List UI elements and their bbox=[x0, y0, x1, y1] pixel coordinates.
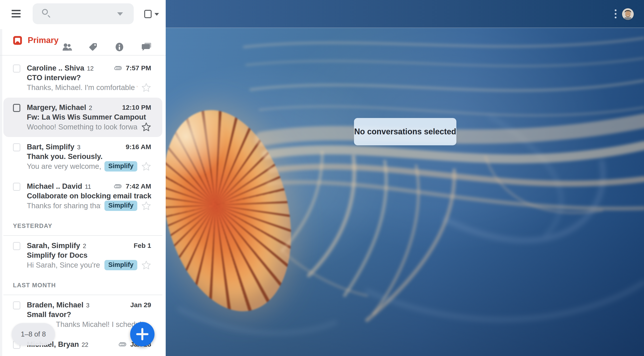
email-subject: Thank you. Seriously. bbox=[27, 152, 151, 161]
email-sender: Margery, Michael bbox=[27, 103, 86, 112]
tag-icon bbox=[88, 43, 98, 52]
inbox-icon bbox=[13, 36, 22, 45]
empty-state-message: No conversations selected bbox=[354, 118, 456, 145]
message-list-panel: Primary bbox=[0, 0, 166, 356]
tab-primary-label: Primary bbox=[28, 36, 58, 45]
jellyfish-tentacles-image bbox=[166, 0, 644, 356]
email-time: 12:10 PM bbox=[122, 104, 151, 111]
thread-count: 11 bbox=[85, 183, 91, 190]
forum-icon bbox=[141, 42, 152, 52]
thread-count: 2 bbox=[83, 242, 86, 250]
star-icon[interactable] bbox=[141, 83, 151, 92]
email-checkbox[interactable] bbox=[13, 143, 20, 151]
search-input[interactable] bbox=[54, 8, 121, 20]
attachment-icon bbox=[113, 65, 123, 71]
pagination-text: 1–8 of 8 bbox=[21, 330, 46, 338]
select-all-control[interactable] bbox=[144, 10, 159, 19]
simplify-badge: Simplify bbox=[104, 201, 137, 211]
pagination-status: 1–8 of 8 bbox=[12, 323, 55, 345]
tab-promotions[interactable] bbox=[88, 36, 98, 58]
email-checkbox[interactable] bbox=[13, 301, 20, 309]
email-checkbox[interactable] bbox=[13, 65, 20, 73]
email-list: Caroline .. Shiva 12 7:57 PM CTO intervi… bbox=[0, 56, 166, 356]
empty-state-text: No conversations selected bbox=[354, 127, 456, 136]
thread-count: 3 bbox=[86, 301, 90, 309]
email-time: 7:42 AM bbox=[126, 183, 151, 190]
tab-updates[interactable] bbox=[115, 36, 124, 58]
search-icon bbox=[42, 9, 52, 18]
email-sender: Bart, Simplify bbox=[27, 143, 74, 151]
main-menu-icon[interactable] bbox=[12, 10, 20, 18]
avatar[interactable] bbox=[622, 8, 634, 20]
email-snippet: Hi Sarah, Since you're alrea… bbox=[27, 261, 101, 269]
email-row[interactable]: Caroline .. Shiva 12 7:57 PM CTO intervi… bbox=[3, 58, 162, 98]
star-icon[interactable] bbox=[141, 201, 151, 211]
photo-top-band bbox=[166, 0, 644, 28]
section-header-label: YESTERDAY bbox=[13, 223, 52, 229]
email-snippet: You are very welcome, Mic… bbox=[27, 162, 101, 170]
simplify-badge: Simplify bbox=[104, 260, 137, 270]
email-subject bbox=[27, 349, 151, 356]
topbar bbox=[0, 0, 166, 29]
select-all-checkbox[interactable] bbox=[144, 10, 152, 18]
thread-count: 3 bbox=[77, 143, 80, 151]
tab-primary[interactable]: Primary bbox=[13, 29, 58, 52]
star-icon[interactable] bbox=[141, 260, 151, 270]
star-icon[interactable] bbox=[141, 122, 151, 132]
email-subject: Fw: La Wis Wis Summer Campout bbox=[27, 112, 151, 122]
email-subject: Collaborate on blocking email trackers? bbox=[27, 191, 151, 201]
email-sender: Caroline .. Shiva bbox=[27, 64, 84, 72]
email-sender: Michael .. David bbox=[27, 182, 82, 191]
reading-pane-background: No conversations selected bbox=[166, 0, 644, 356]
email-snippet: Thanks for sharing that Dav… bbox=[27, 202, 101, 210]
panel-edge-strip bbox=[0, 29, 2, 356]
simplify-badge: Simplify bbox=[104, 161, 137, 171]
email-row[interactable]: Bart, Simplify 3 9:16 AM Thank you. Seri… bbox=[3, 137, 162, 176]
email-time: 9:16 AM bbox=[126, 143, 151, 151]
email-row[interactable]: Michael .. David 11 7:42 AM Collaborate … bbox=[3, 176, 162, 216]
email-checkbox[interactable] bbox=[13, 242, 20, 250]
email-subject: Small favor? bbox=[27, 310, 151, 319]
more-options-icon[interactable] bbox=[614, 10, 617, 19]
email-subject: CTO interview? bbox=[27, 73, 151, 82]
info-icon bbox=[115, 42, 124, 52]
email-sender: Sarah, Simplify bbox=[27, 241, 80, 250]
email-sender: Braden, Michael bbox=[27, 301, 84, 309]
email-snippet: Woohoo! Something to look forward t… bbox=[27, 123, 137, 131]
attachment-icon bbox=[118, 341, 127, 347]
email-checkbox[interactable] bbox=[13, 104, 20, 112]
thread-count: 12 bbox=[87, 64, 94, 72]
section-header-label: LAST MONTH bbox=[13, 282, 56, 289]
thread-count: 22 bbox=[82, 340, 88, 348]
star-icon[interactable] bbox=[141, 162, 151, 171]
email-snippet: Thanks, Michael. I'm comfortable with… bbox=[27, 83, 137, 92]
email-row[interactable]: Margery, Michael 2 12:10 PM Fw: La Wis W… bbox=[3, 98, 162, 137]
email-time: Jan 29 bbox=[130, 301, 151, 309]
section-header-yesterday: YESTERDAY bbox=[3, 223, 162, 236]
email-row[interactable]: Sarah, Simplify 2 Feb 1 Simplify for Doc… bbox=[3, 236, 162, 275]
compose-button[interactable] bbox=[130, 322, 154, 346]
search-box[interactable] bbox=[33, 3, 134, 24]
email-time: 7:57 PM bbox=[126, 64, 151, 72]
tab-social[interactable] bbox=[62, 36, 72, 58]
inbox-tabs: Primary bbox=[0, 29, 166, 56]
people-icon bbox=[62, 43, 72, 52]
email-subject: Simplify for Docs bbox=[27, 251, 151, 260]
email-checkbox[interactable] bbox=[13, 183, 20, 191]
attachment-icon bbox=[113, 183, 122, 189]
thread-count: 2 bbox=[89, 104, 92, 111]
search-options-chevron-icon[interactable] bbox=[117, 12, 123, 16]
section-header-last-month: LAST MONTH bbox=[3, 282, 162, 295]
tab-forums[interactable] bbox=[141, 36, 152, 58]
select-all-chevron-icon[interactable] bbox=[154, 13, 159, 16]
email-time: Feb 1 bbox=[134, 242, 151, 249]
user-photo-icon bbox=[622, 8, 634, 20]
